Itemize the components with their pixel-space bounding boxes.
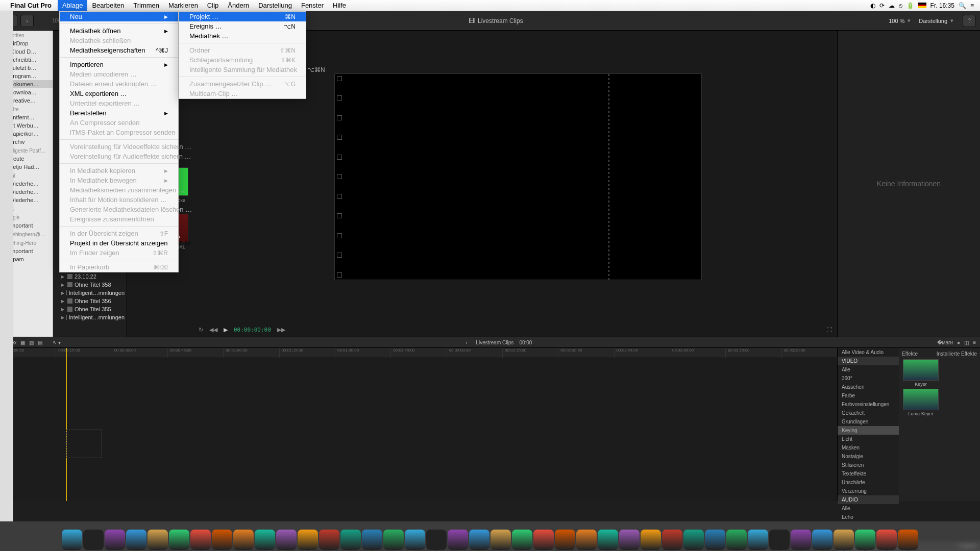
- dock-app-icon[interactable]: [62, 530, 82, 550]
- notification-icon[interactable]: ≡: [970, 2, 974, 9]
- dock-app-icon[interactable]: [298, 530, 318, 550]
- dock-app-icon[interactable]: [212, 530, 232, 550]
- effect-category[interactable]: Verzerrung: [838, 487, 899, 495]
- effect-category[interactable]: Licht: [838, 435, 899, 443]
- viewer-frame[interactable]: [334, 73, 702, 280]
- dock-app-icon[interactable]: [255, 530, 275, 550]
- dock-app-icon[interactable]: [791, 530, 811, 550]
- menu-markieren[interactable]: Markieren: [164, 0, 203, 11]
- dock-app-icon[interactable]: [426, 530, 447, 550]
- dock-app-icon[interactable]: [769, 530, 790, 550]
- menu-item[interactable]: Projekt in der Übersicht anzeigen⌃⇧F: [60, 238, 178, 248]
- menu-item[interactable]: Importieren▶: [60, 60, 178, 69]
- menu-item[interactable]: Bereitstellen▶: [60, 108, 178, 118]
- dock-app-icon[interactable]: [533, 530, 554, 550]
- tool-icon[interactable]: ▥: [29, 340, 34, 345]
- dock-app-icon[interactable]: [405, 530, 425, 550]
- menu-ablage[interactable]: Ablage: [58, 0, 87, 11]
- dock-app-icon[interactable]: [276, 530, 297, 550]
- effect-category[interactable]: Alle Video & Audio: [838, 348, 899, 357]
- tool-icon[interactable]: ▦: [20, 340, 25, 345]
- tool-icon[interactable]: ◫: [964, 340, 969, 345]
- tool-select[interactable]: ↖ ▾: [53, 340, 61, 345]
- dock-app-icon[interactable]: [683, 530, 704, 550]
- menu-item[interactable]: Mediathek öffnen▶: [60, 26, 178, 36]
- tool-icon[interactable]: ≡: [973, 340, 976, 345]
- app-name[interactable]: Final Cut Pro: [10, 2, 52, 9]
- effect-item[interactable]: Luma-Keyer: [903, 389, 939, 416]
- menu-item[interactable]: XML exportieren …: [60, 89, 178, 98]
- dock-app-icon[interactable]: [748, 530, 768, 550]
- effect-category[interactable]: 360°: [838, 374, 899, 383]
- dock-app-icon[interactable]: [105, 530, 125, 550]
- effect-category[interactable]: Alle: [838, 365, 899, 374]
- dock-app-icon[interactable]: [876, 530, 897, 550]
- effect-item[interactable]: Keyer: [903, 359, 939, 387]
- timecode[interactable]: 00:00:00:00: [234, 327, 271, 333]
- status-icon[interactable]: ☁: [889, 2, 895, 9]
- dock-app-icon[interactable]: [126, 530, 146, 550]
- dock-app-icon[interactable]: [512, 530, 532, 550]
- menu-item[interactable]: Neu▶: [60, 12, 178, 21]
- effect-category[interactable]: Texteffekte: [838, 469, 899, 478]
- view-menu-label[interactable]: Darstellung: [919, 18, 947, 24]
- effect-category[interactable]: Keying: [838, 426, 899, 435]
- effect-category[interactable]: Echo: [838, 513, 899, 521]
- menu-item[interactable]: Mediathekseigenschaften^⌘J: [60, 45, 178, 55]
- menu-bearbeiten[interactable]: Bearbeiten: [87, 0, 129, 11]
- share-button[interactable]: ⇧: [963, 15, 976, 27]
- effects-installed[interactable]: Installierte Effekte: [937, 351, 977, 357]
- menu-item[interactable]: Projekt …⌘N: [179, 12, 306, 21]
- dock-app-icon[interactable]: [83, 530, 104, 550]
- dock-app-icon[interactable]: [148, 530, 168, 550]
- dock-app-icon[interactable]: [319, 530, 339, 550]
- browser-item[interactable]: ▶Intelligent…mmlungen: [53, 289, 127, 297]
- effect-category[interactable]: Gekachelt: [838, 409, 899, 417]
- play-button[interactable]: ▶: [224, 327, 228, 333]
- effect-category[interactable]: Farbe: [838, 391, 899, 400]
- timeline-ruler[interactable]: 00:00:00:0000:00:15:0000:00:30:0000:00:4…: [0, 348, 837, 358]
- dock-app-icon[interactable]: [190, 530, 211, 550]
- dock-app-icon[interactable]: [491, 530, 511, 550]
- status-icon[interactable]: ⟳: [879, 2, 885, 9]
- spotlight-icon[interactable]: 🔍: [959, 2, 966, 9]
- wifi-icon[interactable]: ⎋: [899, 2, 902, 9]
- effect-category[interactable]: Masken: [838, 443, 899, 452]
- effect-category[interactable]: Aussehen: [838, 383, 899, 391]
- dock-app-icon[interactable]: [383, 530, 404, 550]
- menu-darstellung[interactable]: Darstellung: [254, 0, 297, 11]
- menu-trimmen[interactable]: Trimmen: [129, 0, 164, 11]
- dock-app-icon[interactable]: [448, 530, 468, 550]
- loop-icon[interactable]: ↻: [199, 327, 203, 333]
- status-icon[interactable]: ◐: [870, 2, 875, 9]
- nav-forward-button[interactable]: ›: [20, 15, 34, 27]
- next-icon[interactable]: ▶▶: [277, 327, 285, 333]
- snap-icon[interactable]: �магн: [937, 340, 953, 345]
- menu-clip[interactable]: Clip: [203, 0, 223, 11]
- battery-icon[interactable]: 🔋: [906, 2, 914, 9]
- menu-item[interactable]: Ereignis …⌥N: [179, 21, 306, 31]
- input-source-flag[interactable]: [918, 3, 926, 8]
- clock[interactable]: Fr. 16:35: [930, 2, 954, 9]
- dock-app-icon[interactable]: [340, 530, 361, 550]
- prev-edit-icon[interactable]: ‹: [465, 340, 467, 345]
- prev-icon[interactable]: ◀◀: [209, 327, 217, 333]
- dock-app-icon[interactable]: [855, 530, 875, 550]
- dock-app-icon[interactable]: [576, 530, 597, 550]
- effect-category[interactable]: Grundlagen: [838, 417, 899, 426]
- dock-app-icon[interactable]: [598, 530, 618, 550]
- tool-icon[interactable]: ▤: [38, 340, 42, 345]
- menu-aendern[interactable]: Ändern: [223, 0, 254, 11]
- dock-app-icon[interactable]: [169, 530, 189, 550]
- effect-category[interactable]: Nostalgie: [838, 452, 899, 461]
- browser-item[interactable]: ▶Intelligent…mmlungen: [53, 313, 127, 321]
- playhead[interactable]: [66, 348, 67, 501]
- dock-app-icon[interactable]: [705, 530, 725, 550]
- browser-item[interactable]: ▶Ohne Titel 356: [53, 297, 127, 305]
- dock-app-icon[interactable]: [469, 530, 489, 550]
- dock-app-icon[interactable]: [641, 530, 661, 550]
- fullscreen-icon[interactable]: ⛶: [826, 327, 832, 333]
- browser-item[interactable]: ▶Ohne Titel 355: [53, 305, 127, 313]
- menu-item[interactable]: Mediathek …: [179, 31, 306, 41]
- menu-fenster[interactable]: Fenster: [297, 0, 328, 11]
